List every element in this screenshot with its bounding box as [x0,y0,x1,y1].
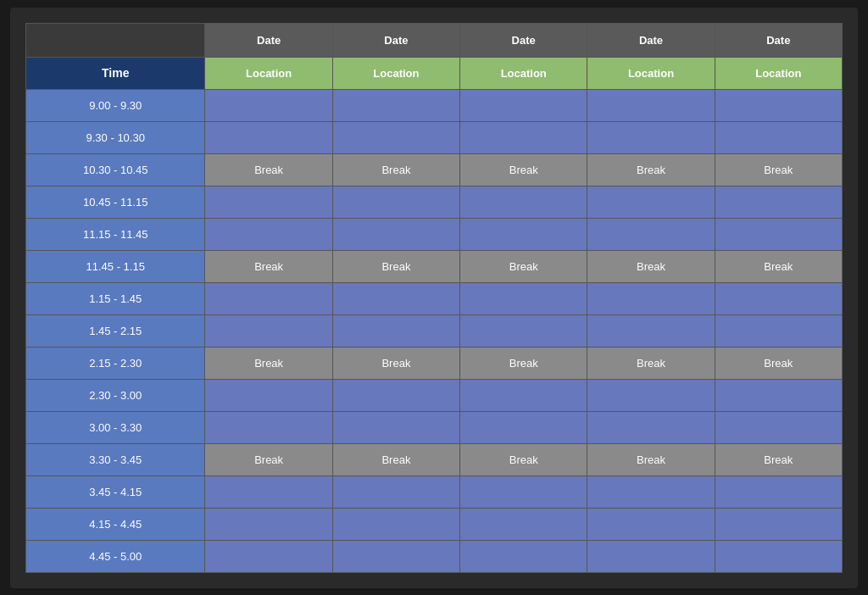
normal-cell[interactable] [715,186,842,218]
normal-cell[interactable] [715,379,842,411]
normal-cell[interactable] [332,475,459,508]
time-cell: 3.00 - 3.30 [26,411,205,443]
break-cell: Break [205,153,332,186]
normal-cell[interactable] [460,89,587,121]
table-row: 1.15 - 1.45 [26,282,843,314]
normal-cell[interactable] [715,89,842,121]
table-row: 2.15 - 2.30BreakBreakBreakBreakBreak [26,347,843,379]
normal-cell[interactable] [205,540,332,572]
normal-cell[interactable] [460,540,587,572]
break-cell: Break [460,153,587,186]
normal-cell[interactable] [587,540,715,572]
normal-cell[interactable] [332,89,459,121]
time-cell: 2.15 - 2.30 [26,347,205,379]
normal-cell[interactable] [460,475,587,508]
normal-cell[interactable] [332,411,459,443]
break-cell: Break [715,250,842,282]
normal-cell[interactable] [460,314,587,347]
normal-cell[interactable] [332,508,459,540]
time-cell: 4.15 - 4.45 [26,508,205,540]
normal-cell[interactable] [205,475,332,508]
normal-cell[interactable] [205,121,332,153]
normal-cell[interactable] [587,314,715,347]
normal-cell[interactable] [587,411,715,443]
normal-cell[interactable] [332,218,459,250]
time-header: Time [26,57,205,89]
normal-cell[interactable] [460,411,587,443]
normal-cell[interactable] [332,314,459,347]
time-cell: 1.15 - 1.45 [26,282,205,314]
normal-cell[interactable] [205,411,332,443]
normal-cell[interactable] [587,379,715,411]
break-cell: Break [332,443,459,475]
normal-cell[interactable] [715,508,842,540]
time-cell: 11.45 - 1.15 [26,250,205,282]
schedule-wrapper: Date Date Date Date Date Time Location L… [10,8,858,588]
break-cell: Break [332,347,459,379]
normal-cell[interactable] [205,508,332,540]
normal-cell[interactable] [332,186,459,218]
normal-cell[interactable] [205,282,332,314]
normal-cell[interactable] [332,121,459,153]
time-cell: 10.45 - 11.15 [26,186,205,218]
normal-cell[interactable] [460,379,587,411]
date-col-3: Date [460,23,587,57]
normal-cell[interactable] [205,186,332,218]
time-cell: 3.30 - 3.45 [26,443,205,475]
normal-cell[interactable] [587,121,715,153]
location-col-2: Location [332,57,459,89]
table-row: 9.00 - 9.30 [26,89,843,121]
normal-cell[interactable] [460,508,587,540]
normal-cell[interactable] [587,218,715,250]
time-cell: 9.00 - 9.30 [26,89,205,121]
normal-cell[interactable] [205,314,332,347]
break-cell: Break [460,443,587,475]
break-cell: Break [587,347,715,379]
normal-cell[interactable] [587,282,715,314]
table-row: 11.45 - 1.15BreakBreakBreakBreakBreak [26,250,843,282]
table-row: 3.30 - 3.45BreakBreakBreakBreakBreak [26,443,843,475]
break-cell: Break [587,153,715,186]
break-cell: Break [715,347,842,379]
normal-cell[interactable] [460,121,587,153]
schedule-table: Date Date Date Date Date Time Location L… [25,23,843,573]
normal-cell[interactable] [332,540,459,572]
break-cell: Break [205,250,332,282]
table-row: 4.15 - 4.45 [26,508,843,540]
break-cell: Break [715,153,842,186]
normal-cell[interactable] [460,282,587,314]
break-cell: Break [205,347,332,379]
normal-cell[interactable] [587,186,715,218]
normal-cell[interactable] [587,508,715,540]
break-cell: Break [460,250,587,282]
normal-cell[interactable] [205,218,332,250]
table-row: 9.30 - 10.30 [26,121,843,153]
table-row: 2.30 - 3.00 [26,379,843,411]
normal-cell[interactable] [715,282,842,314]
time-cell: 4.45 - 5.00 [26,540,205,572]
break-cell: Break [587,250,715,282]
break-cell: Break [332,153,459,186]
location-col-3: Location [460,57,587,89]
normal-cell[interactable] [715,121,842,153]
normal-cell[interactable] [715,475,842,508]
normal-cell[interactable] [715,314,842,347]
time-cell: 10.30 - 10.45 [26,153,205,186]
normal-cell[interactable] [460,218,587,250]
normal-cell[interactable] [715,540,842,572]
normal-cell[interactable] [587,89,715,121]
normal-cell[interactable] [332,379,459,411]
table-row: 4.45 - 5.00 [26,540,843,572]
normal-cell[interactable] [332,282,459,314]
break-cell: Break [587,443,715,475]
table-row: 10.45 - 11.15 [26,186,843,218]
normal-cell[interactable] [587,475,715,508]
table-row: 11.15 - 11.45 [26,218,843,250]
normal-cell[interactable] [715,411,842,443]
normal-cell[interactable] [205,89,332,121]
location-col-1: Location [205,57,332,89]
normal-cell[interactable] [715,218,842,250]
date-col-2: Date [332,23,459,57]
normal-cell[interactable] [205,379,332,411]
normal-cell[interactable] [460,186,587,218]
